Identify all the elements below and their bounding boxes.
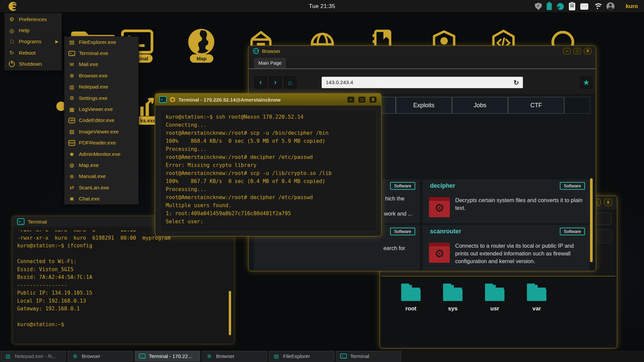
back-button[interactable]: ‹ bbox=[255, 76, 267, 88]
page-tab-exploits[interactable]: Exploits bbox=[396, 97, 452, 114]
folder-sys[interactable]: sys bbox=[434, 285, 471, 312]
taskbar-item-terminal-170-22[interactable]: >_Terminal - 170.22... bbox=[135, 351, 200, 361]
card-title[interactable]: scanrouter bbox=[430, 228, 461, 235]
programs-item-imageviewer-exe[interactable]: ▨ImageViewer.exe bbox=[64, 126, 139, 137]
map-desktop-icon[interactable] bbox=[186, 28, 216, 56]
software-card-decipher[interactable]: decipherSoftwareDecrypts certain system … bbox=[423, 179, 590, 223]
programs-item-chat-exe[interactable]: ◙Chat.exe bbox=[64, 193, 139, 204]
home-button[interactable]: ⌂ bbox=[284, 76, 296, 88]
page-tab-jobs[interactable]: Jobs bbox=[452, 97, 508, 114]
folder-var[interactable]: var bbox=[518, 285, 555, 312]
taskbar-item-fileexplorer[interactable]: ▤FileExplorer bbox=[269, 351, 334, 361]
desktop: Tue 21:35 kuro Terminal Map ks.exe bbox=[0, 0, 644, 362]
terminal-icon: >_ bbox=[340, 354, 347, 359]
remote-terminal-output[interactable]: kuro@station:~$ ssh root@Nessn 170.220.5… bbox=[160, 110, 376, 232]
refresh-icon[interactable]: ↻ bbox=[514, 79, 519, 86]
card-description-fragment: work and ... bbox=[384, 210, 413, 217]
username[interactable]: kuro bbox=[626, 0, 638, 13]
taskbar-item-notepad-exe-h[interactable]: ▥Notepad.exe - /h... bbox=[1, 351, 66, 361]
programs-item-scanlan-exe[interactable]: ⇄ScanLan.exe bbox=[64, 182, 139, 193]
folder-name: sys bbox=[434, 305, 471, 312]
programs-item-pdfreader-exe[interactable]: PDFPDFReader.exe bbox=[64, 137, 139, 148]
page-scrollbar[interactable] bbox=[590, 178, 593, 262]
programs-item-logviewer-exe[interactable]: ▦LogViewer.exe bbox=[64, 104, 139, 115]
minimize-button[interactable]: – bbox=[563, 48, 571, 54]
terminal-line: root@Amerstaincknew:/root# scp -u /lib/c… bbox=[166, 169, 371, 177]
taskbar-item-browser[interactable]: ⊕Browser bbox=[202, 351, 267, 361]
reboot-icon: ↻ bbox=[8, 50, 15, 56]
programs-item-label: ImageViewer.exe bbox=[79, 129, 119, 135]
globe-icon: ⊕ bbox=[206, 353, 213, 360]
menu-item-label: Reboot bbox=[19, 50, 36, 56]
folder-root[interactable]: root bbox=[392, 285, 429, 312]
user-avatar-icon[interactable] bbox=[606, 2, 614, 10]
taskbar-item-label: Terminal bbox=[350, 353, 369, 359]
menu-item-programs[interactable]: □Programs▶ bbox=[4, 36, 62, 47]
menu-item-help[interactable]: ◎Help bbox=[4, 25, 62, 36]
chat-icon[interactable] bbox=[580, 3, 588, 10]
terminal-line: ---------------- bbox=[17, 282, 227, 290]
programs-item-terminal-exe[interactable]: >_Terminal.exe bbox=[64, 48, 139, 59]
card-description: Connects to a router via its local or pu… bbox=[455, 242, 588, 265]
mail-icon: ✉ bbox=[68, 61, 75, 68]
folder-name: usr bbox=[476, 305, 513, 312]
programs-item-label: LogViewer.exe bbox=[79, 106, 113, 112]
terminal-scrollbar[interactable] bbox=[229, 291, 231, 335]
programs-item-codeeditor-exe[interactable]: </>CodeEditor.exe bbox=[64, 115, 139, 126]
menu-item-label: Shutdown bbox=[19, 61, 42, 67]
browser-page-tab[interactable]: Main Page bbox=[254, 58, 286, 68]
browser-titlebar[interactable]: Browser – □ X bbox=[249, 46, 596, 56]
card-title[interactable]: decipher bbox=[430, 182, 455, 189]
forward-button[interactable]: › bbox=[269, 76, 281, 88]
bookmark-button[interactable]: ★ bbox=[580, 76, 592, 88]
folder-icon bbox=[485, 285, 504, 301]
battery-icon[interactable] bbox=[547, 3, 552, 10]
terminal-line: 100% 867.7 KB/s 0 sec (0.4 MB of 0.4 MB … bbox=[166, 177, 371, 185]
programs-item-map-exe[interactable]: ◍Map.exe bbox=[64, 160, 139, 171]
menu-item-preferences[interactable]: ⚙Preferences bbox=[4, 14, 62, 25]
close-button[interactable]: X bbox=[369, 96, 377, 103]
minimize-button[interactable]: – bbox=[347, 96, 355, 103]
programs-item-browser-exe[interactable]: ⊕Browser.exe bbox=[64, 70, 139, 81]
admin-icon: ☻ bbox=[68, 151, 75, 158]
terminal-line: kuro@station:~$ bbox=[17, 321, 227, 329]
shield-check-icon[interactable] bbox=[535, 3, 542, 10]
fileexplorer-toolbar-button[interactable] bbox=[596, 229, 612, 243]
programs-item-notepad-exe[interactable]: ▥Notepad.exe bbox=[64, 81, 139, 93]
menu-item-shutdown[interactable]: Shutdown bbox=[4, 59, 62, 70]
disk-usage-icon[interactable] bbox=[557, 3, 564, 10]
close-button[interactable]: X bbox=[584, 48, 591, 54]
programs-item-adminmonitor-exe[interactable]: ☻AdminMonitor.exe bbox=[64, 148, 139, 160]
url-text[interactable]: 143.0.243.4 bbox=[326, 79, 514, 85]
maximize-button[interactable]: □ bbox=[358, 96, 366, 103]
programs-item-label: Notepad.exe bbox=[79, 84, 108, 90]
menu-item-reboot[interactable]: ↻Reboot bbox=[4, 47, 62, 58]
programs-item-settings-exe[interactable]: ⚙Settings.exe bbox=[64, 93, 139, 104]
software-card-scanrouter[interactable]: scanrouterSoftwareConnects to a router v… bbox=[423, 225, 590, 270]
browser-title: Browser bbox=[262, 48, 560, 54]
clipboard-icon[interactable] bbox=[569, 3, 575, 10]
programs-item-fileexplorer-exe[interactable]: ▤FileExplorer.exe bbox=[64, 37, 139, 48]
programs-submenu: ▤FileExplorer.exe>_Terminal.exe✉Mail.exe… bbox=[64, 36, 139, 205]
secure-connection-icon bbox=[170, 97, 175, 103]
folder-usr[interactable]: usr bbox=[476, 285, 513, 312]
wifi-icon[interactable] bbox=[593, 3, 601, 9]
card-description-fragment: hich the bbox=[385, 195, 405, 202]
close-button[interactable]: X bbox=[604, 199, 612, 206]
taskbar-item-browser[interactable]: ⊕Browser bbox=[68, 351, 133, 361]
gear-icon: ⚙ bbox=[8, 16, 15, 23]
taskbar-item-terminal[interactable]: >_Terminal bbox=[336, 351, 401, 361]
maximize-button[interactable]: □ bbox=[574, 48, 581, 54]
software-badge: Software bbox=[560, 228, 585, 235]
programs-item-mail-exe[interactable]: ✉Mail.exe bbox=[64, 59, 139, 70]
folder-icon bbox=[401, 285, 421, 301]
page-tab-ctf[interactable]: CTF bbox=[508, 97, 564, 114]
local-terminal-output[interactable]: -rwxr-xr-x kuro kuro 0 00:00-rwxr-xr-x k… bbox=[17, 230, 227, 341]
menu-item-label: Help bbox=[19, 27, 30, 34]
remote-terminal-titlebar[interactable]: >_ Terminal - 170.220.52.14@Amerstainckn… bbox=[155, 94, 381, 106]
notepad-icon: ▥ bbox=[5, 353, 11, 360]
terminal-line: kuro@station:~$ ssh root@Nessn 170.220.5… bbox=[166, 113, 371, 121]
map-desktop-label[interactable]: Map bbox=[190, 54, 213, 63]
programs-item-manual-exe[interactable]: ⊛Manual.exe bbox=[64, 171, 139, 182]
url-bar[interactable]: 143.0.243.4 ↻ bbox=[322, 77, 523, 88]
